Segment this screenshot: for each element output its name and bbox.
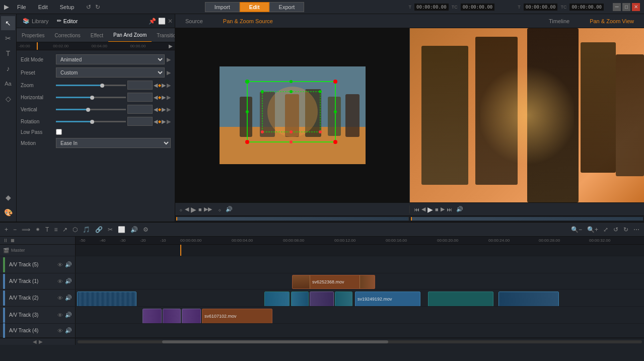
track-5-mute[interactable]: 🔊 (65, 261, 72, 268)
track-3-clip-1[interactable] (142, 309, 162, 323)
tl-trim[interactable]: ⬜ (116, 226, 127, 233)
tab-transition-in[interactable]: Transition In (152, 28, 175, 42)
type-tool[interactable]: Aa (1, 77, 15, 91)
ruler-pause[interactable]: ⏸ (3, 238, 8, 243)
track-3-clip-2[interactable] (163, 309, 181, 323)
pan-zoom-source-tab[interactable]: Pan & Zoom Source (213, 14, 283, 28)
menu-setup[interactable]: Setup (56, 3, 79, 11)
zoom-kf-right[interactable]: ▶ (162, 82, 166, 89)
tl-split[interactable]: ✂ (106, 226, 114, 233)
tl-zoom-out[interactable]: 🔍− (569, 226, 584, 233)
low-pass-checkbox[interactable] (56, 129, 62, 135)
track-3-eye[interactable]: 👁 (57, 312, 63, 318)
stop-right[interactable]: ■ (435, 206, 439, 212)
mark-out-icon[interactable]: ⬦ (218, 206, 222, 212)
track-2-clip-1[interactable] (77, 292, 136, 306)
prev-frame-left[interactable]: ◀ (185, 206, 189, 212)
tab-effect[interactable]: Effect (86, 28, 108, 42)
zoom-kf-left[interactable]: ◀ (154, 82, 158, 89)
track-2-mute[interactable]: 🔊 (65, 295, 72, 301)
track-3-mute[interactable]: 🔊 (65, 312, 72, 318)
track-2-clip-sv19249192[interactable] (428, 292, 493, 306)
track-2-clip-5[interactable] (335, 292, 352, 306)
tl-caption[interactable]: ≡ (52, 226, 59, 233)
shape-tool[interactable]: ◇ (1, 92, 15, 106)
track-2-clip-3[interactable] (291, 292, 309, 306)
track-2-eye[interactable]: 👁 (57, 295, 63, 301)
export-button[interactable]: Export (269, 2, 305, 12)
play-head-btn[interactable]: ▶ (169, 43, 173, 49)
track-4-mute[interactable]: 🔊 (65, 327, 72, 334)
tl-audio[interactable]: 🎵 (81, 226, 92, 233)
vert-kf-right[interactable]: ▶ (162, 106, 166, 113)
close-panel-icon[interactable]: ✕ (168, 18, 173, 25)
rot-kf-right[interactable]: ▶ (162, 118, 166, 125)
close-btn[interactable]: ✕ (632, 3, 640, 11)
track-2-clip-2[interactable] (264, 292, 290, 306)
editor-tab[interactable]: ✏ Editor (53, 17, 82, 25)
pin-icon[interactable]: 📌 (149, 18, 156, 25)
volume-right[interactable]: 🔊 (456, 206, 463, 212)
tl-fit[interactable]: ⤢ (602, 226, 610, 233)
scroll-right-btn[interactable]: ▶ (39, 339, 43, 344)
right-scrubber[interactable] (411, 217, 643, 221)
play-left[interactable]: ▶ (191, 205, 196, 213)
track-4-eye[interactable]: 👁 (57, 328, 63, 334)
maximize-btn[interactable]: □ (622, 3, 630, 11)
source-tab[interactable]: Source (175, 14, 213, 28)
menu-edit[interactable]: Edit (34, 3, 52, 11)
undo-icon[interactable]: ↺ (86, 4, 91, 11)
tl-remove[interactable]: − (12, 226, 18, 233)
tl-mask[interactable]: ⬡ (71, 226, 79, 233)
horizontal-value[interactable]: 0.088 (127, 93, 153, 102)
vertical-value[interactable]: -0.139 (127, 105, 153, 114)
tl-settings[interactable]: ⚙ (141, 226, 150, 233)
tl-redo[interactable]: ↻ (622, 226, 630, 233)
preset-select[interactable]: Custom (56, 67, 165, 78)
timeline-tab[interactable]: Timeline (539, 14, 580, 28)
horiz-kf-left[interactable]: ◀ (154, 94, 158, 101)
music-tool[interactable]: ♪ (1, 61, 15, 76)
expand-icon[interactable]: ⬜ (158, 18, 166, 25)
vert-kf-left[interactable]: ◀ (154, 106, 158, 113)
edit-mode-select[interactable]: Animated (56, 54, 165, 64)
text-tool[interactable]: T (1, 46, 15, 60)
library-tab[interactable]: 📚 Library (19, 17, 53, 25)
track-1-mute[interactable]: 🔊 (65, 278, 72, 284)
horiz-kf-right[interactable]: ▶ (162, 94, 166, 101)
scroll-left-btn[interactable]: ◀ (33, 339, 37, 344)
rotation-value[interactable]: 0 (127, 117, 153, 126)
edit-button[interactable]: Edit (240, 2, 269, 12)
volume-left[interactable]: 🔊 (226, 206, 233, 212)
tl-zoom-in[interactable]: 🔍+ (586, 226, 600, 233)
tl-ripple[interactable]: ⟹ (20, 226, 32, 233)
zoom-value[interactable]: 65.385 (127, 81, 153, 90)
tl-more[interactable]: ⋯ (632, 226, 641, 233)
track-3-clip-sv6107102[interactable]: sv6107102.mov (202, 309, 272, 323)
tl-undo[interactable]: ↺ (612, 226, 620, 233)
tab-pan-zoom[interactable]: Pan And Zoom (108, 28, 152, 42)
play-right[interactable]: ▶ (427, 205, 433, 213)
tl-motion[interactable]: ↗ (61, 226, 69, 233)
tl-link[interactable]: 🔗 (94, 226, 104, 233)
tab-corrections[interactable]: Corrections (50, 28, 86, 42)
next-frame-right[interactable]: ⏭ (447, 206, 452, 212)
cut-tool[interactable]: ✂ (1, 31, 15, 45)
track-5-eye[interactable]: 👁 (57, 262, 63, 268)
ruler-stop[interactable]: ⏹ (10, 238, 15, 243)
left-scrubber[interactable] (176, 217, 409, 221)
cursor-tool[interactable]: ↖ (1, 16, 15, 30)
mark-in-icon[interactable]: ⬦ (179, 206, 183, 212)
frame-fwd-right[interactable]: ▶ (441, 206, 445, 212)
rot-kf-left[interactable]: ◀ (154, 118, 158, 125)
menu-file[interactable]: File (13, 3, 30, 11)
color-tool[interactable]: 🎨 (1, 205, 15, 220)
track-2-clip-4[interactable] (310, 292, 334, 306)
track-3-clip-3[interactable] (182, 309, 201, 323)
prev-frame-right[interactable]: ⏮ (414, 206, 419, 212)
track-2-clip-sv18379717[interactable]: sv19249192.mov (355, 292, 420, 306)
track-2-clip-last[interactable] (498, 292, 559, 306)
redo-icon[interactable]: ↻ (95, 4, 100, 11)
stop-left[interactable]: ■ (198, 206, 202, 212)
next-frame-left[interactable]: ▶▶ (204, 206, 212, 212)
